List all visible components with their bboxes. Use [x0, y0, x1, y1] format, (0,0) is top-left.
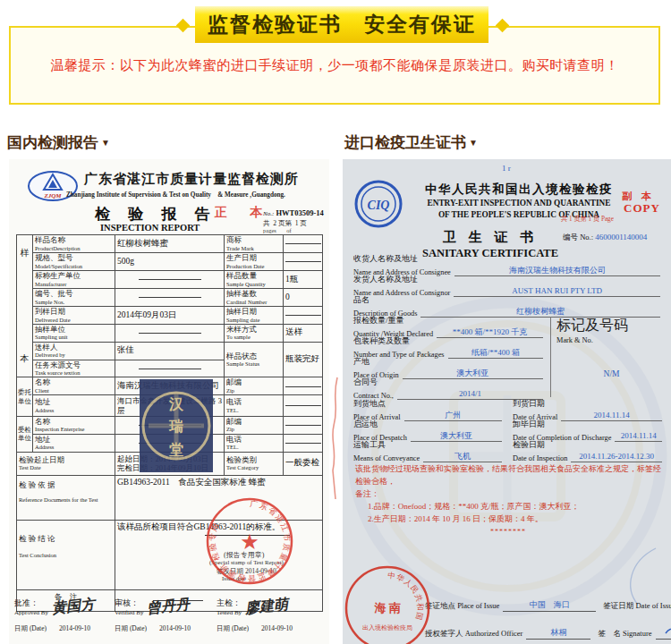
- number-value: 4600001140004: [595, 233, 647, 242]
- section-import-certificate[interactable]: 进口检疫卫生证书▼: [344, 132, 478, 153]
- sanitary-certificate-scan: 1 r CIQ 中华人民共和国出入境检验检疫 ENTRY-EXIT INSPEC…: [343, 159, 671, 644]
- blank-line: [139, 297, 201, 298]
- number-label: No.:: [263, 210, 274, 217]
- number-value: HWT03509-14: [276, 208, 323, 217]
- number-label: 编号 No.:: [563, 233, 593, 242]
- org-name-en: ENTRY-EXIT INSPECTION AND QUARANTINE: [407, 198, 631, 209]
- cell-label: 来样方式To sample: [225, 324, 284, 342]
- inspection-statement: 该批货物经过现场查验和实验室检验，结果符合我国相关食品安全标准之规定，标签经检验…: [355, 463, 661, 538]
- blank-line: [285, 261, 321, 262]
- blank-line: [285, 405, 321, 406]
- cell-value: 红柳桉树蜂蜜: [115, 235, 225, 253]
- approved-by-block: 批准：Approved By黄国方 日期 (Date)2014-09-10: [14, 597, 115, 633]
- table-row: 编号、批号Sample Nos. 抽样基数Cardinal Number 0: [17, 288, 323, 306]
- blank-line: [285, 386, 321, 387]
- red-stamp-icon: 广东省湛江市质量计量监督检测所·检验专用 ★: [204, 496, 295, 587]
- cell-value: [115, 324, 225, 342]
- cell-label: 到样日期Delivered Date: [33, 306, 115, 324]
- mark-value: N/M: [556, 369, 667, 378]
- cell-value: 张佳: [115, 342, 225, 360]
- cell-value: 一般委检: [284, 452, 323, 475]
- cell-label: 商标Trade Mark: [225, 235, 284, 253]
- pages-note: 共 1 页第 1 页 Page: [561, 215, 614, 224]
- table-row: 规格、型号Model/Specification 500g 生产日期Produc…: [17, 253, 323, 271]
- field-consignor: 发货人名称及地址 Name and Address of ConsignorAU…: [353, 275, 660, 297]
- cell-label: 抽样单位Sampling unit: [33, 324, 115, 342]
- cell-label: 检 验 结 论Test Conclusion: [17, 520, 115, 589]
- cell-value: 2014年09月03日: [115, 306, 225, 324]
- cell-label: 样品状态Sample Status: [225, 342, 284, 377]
- field-inspection-date: 检验日期 Date of Inspection2014.11.26-2014.1…: [513, 440, 662, 462]
- group-char: 样: [21, 248, 30, 259]
- officer-row: 授权签字人 Authorized Officer 林桐 签 名 Signatur…: [425, 623, 671, 640]
- blank-line: [285, 243, 321, 244]
- field-origin: 产地 Place of Origin澳大利亚: [353, 357, 543, 379]
- cell-label: 抽样基数Cardinal Number: [225, 288, 284, 306]
- chevron-down-icon: ▼: [469, 138, 478, 148]
- officer-value: 林桐: [526, 627, 590, 640]
- row-group-inspected: 受检单位: [17, 416, 33, 452]
- blank-line: [285, 443, 321, 444]
- cell-label: 检验起止日期Test Date: [17, 452, 115, 475]
- blank-line: [285, 425, 321, 426]
- blank-line: [285, 315, 321, 316]
- remark-line: 1.品牌：Onefood；规格：**400 克/瓶；原产国：澳大利亚；: [368, 501, 661, 513]
- field-discharge: 卸毕日期 Date of Completion of Discharge2014…: [513, 419, 662, 442]
- signature-scribble: [656, 623, 671, 640]
- banner-title: 监督检验证书 安全有保证: [195, 6, 488, 43]
- cell-label: 标称生产单位Manufacturer: [33, 271, 115, 289]
- cell-value: 送样: [284, 324, 323, 342]
- remark-line: 2.生产日期：2014 年 10 月 16 日；保质期：4 年。: [368, 513, 661, 526]
- cell-label: 检验类别Test Category: [225, 452, 284, 475]
- cell-label: 规格、型号Model/Specification: [33, 253, 115, 271]
- blank-line: [139, 333, 201, 334]
- seal-char: 瑞: [168, 419, 183, 434]
- section-domestic-report[interactable]: 国内检测报告▼: [7, 132, 110, 153]
- field-quantity: 报检数量/重量 Quantity /Weight Declared**400 箱…: [353, 316, 543, 338]
- scan-artifact-text: 1 r: [502, 164, 511, 173]
- cell-value: 瓶装完好: [284, 342, 323, 377]
- cell-label: 抽样日期Sampling date: [225, 306, 284, 324]
- remark-label: 备注：: [355, 488, 661, 501]
- cell-value: [284, 253, 323, 271]
- field-despatch: 启运地 Place of Despatch澳大利亚: [353, 419, 502, 442]
- inspection-report-scan: ZJQM 广东省湛江市质量计量监督检测所 Zhanjiang Institute…: [9, 159, 329, 644]
- cell-label: 编号、批号Sample Nos.: [33, 288, 115, 306]
- org-name-en: Zhanjiang Institute of Supervision & Tes…: [66, 191, 285, 199]
- table-row: 到样日期Delivered Date 2014年09月03日 抽样日期Sampl…: [17, 306, 323, 324]
- cell-value: 1瓶: [284, 271, 323, 289]
- cell-value: [115, 288, 225, 306]
- blank-line: [139, 279, 201, 280]
- stamp-center-text: 海 南: [373, 601, 400, 614]
- stars-divider: ********: [355, 527, 661, 538]
- cell-value: [284, 434, 323, 452]
- mark-no-box: 标记及号码 Mark & No. N/M: [550, 317, 667, 397]
- cell-label: 地址Address: [33, 434, 115, 452]
- cell-value: 500g: [115, 253, 225, 271]
- org-name-cn: 中华人民共和国出入境检验检疫: [407, 182, 631, 198]
- field-arrival-date: 到货日期 Date of Arrival2014.11.14: [513, 399, 662, 421]
- signature-verified: 曾丹丹: [147, 596, 191, 619]
- cell-label: 样品数量Sample Quantity: [225, 271, 284, 289]
- cell-value: 0: [284, 288, 323, 306]
- report-title-cn: 检 验 报 告: [95, 204, 217, 225]
- cell-label: 邮编Zip: [225, 416, 284, 434]
- blank-line: [139, 369, 201, 369]
- cell-value: [284, 377, 323, 395]
- seal-char: 汉: [168, 396, 184, 411]
- star-icon: ★: [240, 530, 259, 554]
- ciq-logo-icon: CIQ: [353, 179, 403, 229]
- row-group-client: 委托单位: [17, 377, 33, 416]
- field-contract: 合同号 Contract No.,2014/1: [353, 377, 543, 400]
- cell-label: 检 验 依 据Reference Documents for the Test: [17, 475, 115, 520]
- issue-row: 签证地点 Place of Issue 中国 海口 签证日期 Date of I…: [425, 599, 671, 612]
- verified-by-block: 审核：Verified By曾丹丹 日期 (Date)2014-09-10: [115, 597, 217, 633]
- field-consignee: 收货人名称及地址 Name and Address of Consignee海南…: [353, 254, 660, 276]
- report-title-en: INSPECTION REPORT: [100, 223, 200, 233]
- report-number: No.: HWT03509-14: [263, 208, 324, 217]
- signature-tested: 廖建萌: [244, 596, 289, 619]
- red-pen-mark: [325, 374, 346, 508]
- org-name-cn: 广东省湛江市质量计量监督检测所: [84, 171, 299, 188]
- field-goods: 品名 Description of Goods红柳桉树蜂蜜: [353, 295, 660, 318]
- cell-label: 生产日期Production Date: [225, 253, 284, 271]
